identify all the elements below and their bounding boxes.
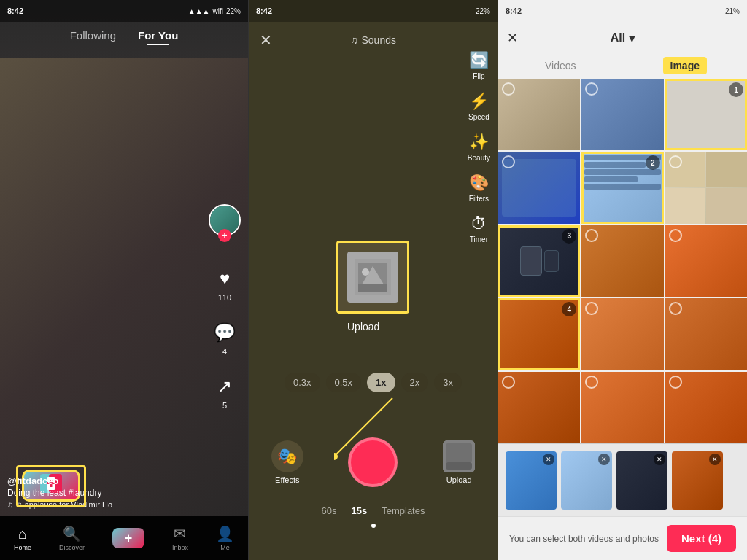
status-time-2: 8:42 bbox=[256, 7, 272, 15]
grid-cell-15[interactable] bbox=[665, 372, 747, 443]
flip-icon: 🔄 bbox=[469, 51, 489, 70]
music-info: ♫ ♫ applause for Vladimir Ho bbox=[7, 500, 112, 509]
camera-panel: 8:42 22% ✕ ♫ Sounds 🔄 Flip ⚡ Speed ✨ Bea… bbox=[248, 0, 498, 560]
timer-tool[interactable]: ⏱ Timer bbox=[470, 214, 488, 244]
dur-15s[interactable]: 15s bbox=[352, 505, 368, 516]
for-you-tab[interactable]: For You bbox=[138, 29, 178, 45]
nav-home[interactable]: ⌂ Home bbox=[14, 526, 31, 551]
flip-tool[interactable]: 🔄 Flip bbox=[469, 51, 489, 80]
music-note-icon: ♫ bbox=[7, 500, 13, 509]
grid-cell-7[interactable]: 3 bbox=[498, 225, 580, 297]
grid-cell-13[interactable] bbox=[498, 372, 580, 443]
home-label: Home bbox=[14, 544, 31, 551]
speed-tool[interactable]: ⚡ Speed bbox=[468, 92, 489, 121]
svg-rect-12 bbox=[446, 462, 472, 470]
grid-cell-12[interactable] bbox=[665, 298, 747, 370]
strip-remove-2[interactable]: ✕ bbox=[598, 454, 610, 465]
battery-3: 21% bbox=[725, 7, 740, 15]
upload-thumbnail bbox=[347, 252, 398, 303]
create-center-icon: + bbox=[112, 528, 144, 548]
signal-icon: ▲▲▲ bbox=[188, 7, 210, 15]
select-circle-2 bbox=[585, 82, 598, 96]
nav-discover[interactable]: 🔍 Discover bbox=[59, 525, 85, 551]
speed-2x[interactable]: 2x bbox=[401, 373, 429, 392]
beauty-label: Beauty bbox=[468, 154, 490, 162]
speed-3x[interactable]: 3x bbox=[434, 373, 462, 392]
strip-thumb-3[interactable]: ✕ bbox=[616, 451, 667, 510]
nav-me[interactable]: 👤 Me bbox=[216, 525, 234, 551]
duration-indicator-dot bbox=[371, 524, 376, 528]
grid-cell-5[interactable]: 2 bbox=[581, 152, 663, 223]
video-caption: Doing the least #laundry bbox=[7, 488, 112, 498]
follow-plus-button[interactable]: + bbox=[218, 229, 231, 242]
select-circle-14 bbox=[585, 376, 598, 389]
filters-label: Filters bbox=[469, 195, 489, 203]
gallery-bottom-bar: You can select both videos and photos Ne… bbox=[498, 516, 747, 560]
grid-cell-11[interactable] bbox=[581, 298, 663, 370]
status-bar-3: 8:42 21% bbox=[498, 0, 747, 22]
upload-small-button[interactable]: Upload bbox=[443, 440, 475, 484]
timer-icon: ⏱ bbox=[471, 214, 487, 233]
next-button[interactable]: Next (4) bbox=[667, 525, 736, 552]
strip-thumb-4[interactable]: ✕ bbox=[672, 451, 723, 510]
gallery-panel: 8:42 21% ✕ All ▾ Videos Image 1 bbox=[498, 0, 747, 560]
grid-cell-10[interactable]: 4 bbox=[498, 298, 580, 370]
grid-cell-6[interactable] bbox=[665, 152, 747, 223]
comment-button[interactable]: 💬 4 bbox=[212, 319, 238, 356]
share-button[interactable]: ↗ 5 bbox=[212, 373, 238, 410]
grid-cell-2[interactable] bbox=[581, 79, 663, 150]
filters-tool[interactable]: 🎨 Filters bbox=[469, 174, 489, 203]
speed-0.5x[interactable]: 0.5x bbox=[326, 373, 362, 392]
music-note-icon: ♫ bbox=[350, 34, 358, 46]
status-time-1: 8:42 bbox=[7, 7, 23, 15]
wifi-icon: wifi bbox=[213, 7, 223, 15]
tab-videos[interactable]: Videos bbox=[498, 54, 623, 77]
grid-cell-4[interactable] bbox=[498, 152, 580, 223]
filter-dropdown[interactable]: All ▾ bbox=[611, 31, 635, 45]
effects-button[interactable]: 🎭 Effects bbox=[271, 440, 303, 484]
upload-button[interactable] bbox=[336, 241, 409, 314]
strip-remove-3[interactable]: ✕ bbox=[654, 454, 665, 465]
photo-grid: 1 2 bbox=[498, 79, 747, 443]
speed-1x[interactable]: 1x bbox=[367, 373, 395, 392]
beauty-tool[interactable]: ✨ Beauty bbox=[468, 133, 490, 162]
status-icons-2: 22% bbox=[476, 7, 490, 15]
username: @fitdadceo bbox=[7, 475, 112, 486]
tab-image[interactable]: Image bbox=[623, 54, 748, 77]
grid-cell-8[interactable] bbox=[581, 225, 663, 297]
select-circle-15 bbox=[669, 376, 682, 389]
inbox-label: Inbox bbox=[172, 544, 188, 551]
following-tab[interactable]: Following bbox=[70, 29, 116, 45]
like-button[interactable]: ♥ 110 bbox=[212, 265, 238, 302]
grid-cell-14[interactable] bbox=[581, 372, 663, 443]
speed-0.3x[interactable]: 0.3x bbox=[285, 373, 320, 392]
dur-templates[interactable]: Templates bbox=[382, 505, 425, 516]
dur-60s[interactable]: 60s bbox=[322, 505, 337, 516]
gallery-close-button[interactable]: ✕ bbox=[507, 30, 518, 46]
nav-inbox[interactable]: ✉ Inbox bbox=[172, 525, 188, 551]
strip-thumb-1[interactable]: ✕ bbox=[506, 451, 557, 510]
strip-thumb-2[interactable]: ✕ bbox=[561, 451, 612, 510]
select-circle-6 bbox=[669, 155, 682, 168]
select-circle-9 bbox=[669, 229, 682, 242]
status-time-3: 8:42 bbox=[506, 7, 522, 15]
duration-tabs: 60s 15s Templates bbox=[249, 505, 498, 516]
strip-remove-1[interactable]: ✕ bbox=[543, 454, 554, 465]
comment-icon: 💬 bbox=[212, 319, 238, 346]
record-button[interactable] bbox=[348, 438, 398, 487]
sounds-button[interactable]: ♫ Sounds bbox=[350, 34, 396, 46]
speed-label: Speed bbox=[468, 113, 489, 121]
upload-label: Upload bbox=[347, 321, 379, 332]
battery-2: 22% bbox=[476, 7, 490, 15]
grid-cell-3[interactable]: 1 bbox=[665, 79, 747, 150]
sounds-label: Sounds bbox=[362, 34, 396, 46]
music-title: ♫ applause for Vladimir Ho bbox=[16, 500, 112, 509]
grid-cell-1[interactable] bbox=[498, 79, 580, 150]
nav-create[interactable]: + bbox=[112, 528, 144, 548]
svg-rect-11 bbox=[446, 443, 472, 462]
share-icon: ↗ bbox=[212, 373, 238, 400]
strip-remove-4[interactable]: ✕ bbox=[709, 454, 721, 465]
camera-close-button[interactable]: ✕ bbox=[260, 31, 272, 49]
svg-rect-7 bbox=[358, 284, 387, 292]
grid-cell-9[interactable] bbox=[665, 225, 747, 297]
